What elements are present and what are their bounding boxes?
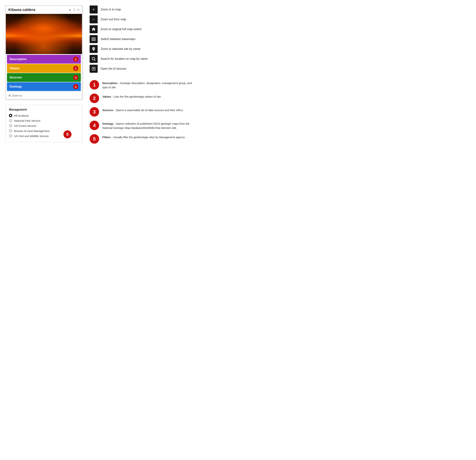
expand-button[interactable]: □ [73, 8, 75, 12]
popup-title: Kilauea caldera [8, 8, 35, 12]
tab-sources-badge: 3 [73, 75, 78, 80]
annotation-badge-4: 4 [90, 121, 99, 130]
site-label: Zoom to selected site by name [101, 47, 140, 51]
toolbar-row-zoom-in: + Zoom in to map [90, 6, 196, 14]
toolbar-row-basemap: Switch between basemaps [90, 35, 196, 43]
zoom-out-icon[interactable]: − [90, 15, 98, 23]
zoom-out-label: Zoom out from map [101, 18, 126, 21]
radio-label-usfws: US Fish and Wildlife Service [14, 134, 49, 138]
popup-tabs: Description 1 Values 2 Sources 3 Geology… [6, 54, 82, 92]
annotation-title-4: Geology [102, 122, 113, 125]
search-label: Search for location on map by name [101, 57, 148, 60]
annotation-section: 1 Description - Geologic description, de… [90, 80, 196, 144]
tab-description-label: Description [9, 57, 27, 61]
annotation-desc-3: - Opens a searchable list of data source… [114, 109, 184, 112]
tab-geology-badge: 4 [73, 84, 78, 89]
annotation-5: 5 Filters - Visually filter the geoherit… [90, 134, 196, 144]
annotation-text-4: Geology - Opens collection of published … [102, 121, 196, 130]
collapse-button[interactable]: ∨ [69, 8, 71, 12]
radio-label-all: All locations [14, 114, 29, 117]
radio-label-nps: National Park Service [14, 119, 40, 122]
tab-description[interactable]: Description 1 [7, 55, 81, 64]
radio-circle-usfs [9, 124, 12, 127]
tab-values[interactable]: Values 2 [7, 64, 81, 73]
toolbar-row-home: Zoom to original full map extent [90, 25, 196, 33]
annotation-badge-5: 5 [90, 134, 99, 144]
annotation-title-5: Filters [102, 136, 111, 139]
popup-footer: ⊕ Zoom to [6, 92, 82, 99]
close-button[interactable]: × [77, 8, 79, 12]
left-column: Kilauea caldera ∨ □ × Description 1 Valu… [6, 6, 82, 177]
sources-svg [92, 67, 96, 71]
home-svg [91, 27, 96, 31]
badge-5: 5 [63, 130, 71, 138]
toolbar-section: + Zoom in to map − Zoom out from map Zoo… [90, 6, 196, 73]
annotation-text-2: Values - Lists the five geoheritage valu… [102, 93, 162, 99]
radio-circle-blm [9, 129, 12, 133]
popup-header: Kilauea caldera ∨ □ × [6, 6, 82, 14]
radio-nps[interactable]: National Park Service [9, 119, 79, 122]
site-svg [91, 47, 96, 51]
tab-geology-label: Geology [9, 85, 22, 88]
toolbar-row-zoom-out: − Zoom out from map [90, 15, 196, 23]
annotation-4: 4 Geology - Opens collection of publishe… [90, 121, 196, 130]
tab-description-badge: 1 [73, 57, 78, 62]
annotation-text-1: Description - Geologic description, desi… [102, 80, 196, 89]
zoom-out-symbol: − [93, 17, 95, 22]
tab-sources[interactable]: Sources 3 [7, 73, 81, 82]
zoom-icon: ⊕ [8, 94, 11, 97]
radio-all-locations[interactable]: All locations [9, 114, 79, 117]
radio-label-usfs: US Forest Service [14, 124, 36, 127]
zoom-in-icon[interactable]: + [90, 6, 98, 14]
right-column: + Zoom in to map − Zoom out from map Zoo… [90, 6, 196, 177]
annotation-desc-4: - Opens collection of published USGS geo… [102, 122, 189, 129]
zoom-label[interactable]: Zoom to [12, 94, 22, 97]
annotation-title-3: Sources [102, 109, 113, 112]
home-icon[interactable] [90, 25, 98, 33]
basemap-icon[interactable] [90, 35, 98, 43]
radio-circle-nps [9, 119, 12, 122]
annotation-badge-1: 1 [90, 80, 99, 90]
tab-values-label: Values [9, 67, 19, 70]
popup-controls: ∨ □ × [69, 8, 79, 12]
annotation-desc-5: - Visually filter the geoheritage sites … [111, 136, 185, 139]
sources-icon[interactable] [90, 65, 98, 73]
image-plume [6, 14, 82, 38]
management-section: Management All locations National Park S… [6, 105, 82, 142]
annotation-text-5: Filters - Visually filter the geoheritag… [102, 134, 185, 139]
radio-circle-usfws [9, 134, 12, 138]
annotation-text-3: Sources - Opens a searchable list of dat… [102, 107, 184, 112]
management-title: Management [9, 108, 79, 111]
tab-geology[interactable]: Geology 4 [7, 82, 81, 91]
annotation-badge-2: 2 [90, 93, 99, 103]
svg-point-1 [92, 57, 95, 60]
basemap-label: Switch between basemaps [101, 37, 135, 41]
toolbar-row-sources: Open list of sources [90, 65, 196, 73]
toolbar-row-site: Zoom to selected site by name [90, 45, 196, 53]
zoom-in-label: Zoom in to map [101, 8, 121, 11]
basemap-svg [91, 37, 96, 41]
site-icon[interactable] [90, 45, 98, 53]
annotation-badge-3: 3 [90, 107, 99, 117]
home-label: Zoom to original full map extent [101, 28, 141, 31]
svg-line-2 [94, 60, 96, 61]
radio-usfs[interactable]: US Forest Service [9, 124, 79, 127]
annotation-desc-2: - Lists the five geoheritage values of s… [112, 95, 162, 98]
popup-image [6, 14, 82, 54]
annotation-title-1: Description [102, 82, 118, 85]
annotation-title-2: Values [102, 95, 111, 98]
annotation-3: 3 Sources - Opens a searchable list of d… [90, 107, 196, 117]
annotation-2: 2 Values - Lists the five geoheritage va… [90, 93, 196, 103]
radio-circle-all [9, 114, 12, 117]
popup-panel: Kilauea caldera ∨ □ × Description 1 Valu… [6, 6, 82, 100]
annotation-1: 1 Description - Geologic description, de… [90, 80, 196, 90]
search-svg [91, 57, 96, 61]
search-icon[interactable] [90, 55, 98, 63]
radio-label-blm: Bureau of Land Management [14, 129, 50, 133]
zoom-in-symbol: + [93, 7, 95, 12]
tab-sources-label: Sources [9, 76, 22, 79]
sources-label: Open list of sources [101, 67, 126, 70]
toolbar-row-search: Search for location on map by name [90, 55, 196, 63]
tab-values-badge: 2 [73, 66, 78, 71]
